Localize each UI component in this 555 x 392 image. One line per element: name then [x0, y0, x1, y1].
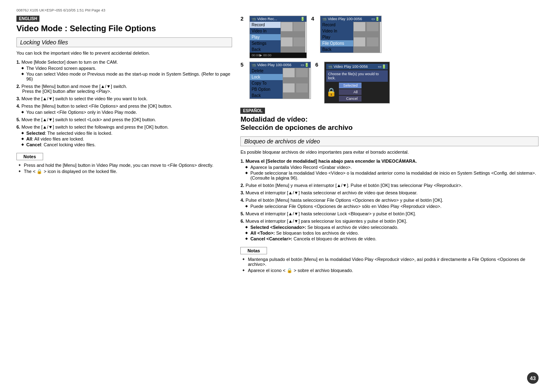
screen-6-number: 6 — [315, 62, 321, 68]
espanol-plus-list: Mantenga pulsado el botón [Menu] en la m… — [242, 257, 539, 273]
es-step-2: 2. Pulse el botón [Menu] y mueva el inte… — [240, 183, 539, 188]
screen-2-number: 2 — [240, 16, 246, 22]
lock-icon-display: 🔒 — [326, 87, 336, 97]
screen-5-thumbs — [283, 68, 309, 99]
step-4: 4. Press the [Menu] button to select <Fi… — [16, 104, 232, 115]
page-header: 00876J X105 UK+ESP~055 6/10/05 1:51 PM P… — [16, 8, 539, 12]
step-1-text: Move [Mode Selector] down to turn on the… — [21, 60, 118, 65]
screen-2-menu: Record Video In Play Settings Back — [250, 22, 281, 53]
thumb — [367, 37, 378, 46]
bullet-item: All: All video files are locked. — [21, 136, 232, 141]
thumb — [367, 22, 378, 31]
menu-back: Back — [250, 92, 283, 99]
menu-lock: Lock — [250, 74, 283, 80]
thumb — [293, 22, 305, 31]
english-steps: 1. Move [Mode Selector] down to turn on … — [16, 60, 232, 147]
bullet-item: Puede seleccionar la modalidad Video <Ví… — [245, 171, 539, 180]
english-intro: You can lock the important video file to… — [16, 51, 232, 55]
thumb — [354, 22, 365, 31]
step-4-text: Press the [Menu] button to select <File … — [21, 104, 172, 108]
screen-5-menu: Delete Lock Copy To PB Option Back — [250, 68, 283, 99]
thumb — [296, 68, 308, 77]
menu-record: Record — [320, 22, 353, 28]
step-5-text: Move the [▲/▼] switch to select <Lock> a… — [21, 117, 156, 122]
plus-item: Press and hold the [Menu] button in Vide… — [18, 163, 232, 168]
step-4-bullets: You can select <File Options> only in Vi… — [21, 110, 232, 115]
menu-delete: Delete — [250, 68, 283, 74]
screen-2-block: 2 📹 Video Rec... 🔋 Record Video In Pl — [240, 16, 307, 58]
screen-6-image: 📹 Video Play 100-0056 ▭🔋 Choose the file… — [324, 62, 390, 104]
menu-record: Record — [250, 22, 281, 28]
step-5: 5. Move the [▲/▼] switch to select <Lock… — [16, 117, 232, 122]
bullet-item: You can select <File Options> only in Vi… — [21, 110, 232, 115]
menu-copyto: Copy To — [250, 80, 283, 86]
es-step-4: 4. Pulse el botón [Menu] hasta seleccion… — [240, 198, 539, 209]
espanol-main-title: Modalidad de vídeo:Selección de opciones… — [240, 115, 539, 132]
screen-5-image: 📹 Video Play 100-0056 ▭🔋 Delete Lock Cop… — [249, 62, 311, 99]
screen-6-instruction: Choose the file(s) you would to lock. — [326, 70, 388, 82]
espanol-sub-title: Bloqueo de archivos de vídeo — [240, 136, 539, 146]
screen-4-number: 4 — [311, 16, 317, 22]
step-6: 6. Move the [▲/▼] switch to select the f… — [16, 125, 232, 147]
menu-videoin: Video In — [250, 28, 281, 34]
english-plus-list: Press and hold the [Menu] button in Vide… — [18, 163, 232, 174]
screen-4-block: 4 📹 Video Play 100-0056 ▭🔋 Record Video … — [311, 16, 382, 53]
step-1: 1. Move [Mode Selector] down to turn on … — [16, 60, 232, 81]
es-step-5: 5. Mueva el interruptor [▲/▼] hasta sele… — [240, 211, 539, 216]
thumb — [296, 83, 308, 92]
bullet-item: Selected: The selected video file is loc… — [21, 131, 232, 136]
btn-cancel: Cancel — [339, 96, 362, 101]
es-step-1: 1. Mueva el [Selector de modalidad] haci… — [240, 159, 539, 180]
step-6-text: Move the [▲/▼] switch to select the foll… — [21, 125, 168, 129]
menu-settings: Settings — [250, 40, 281, 46]
bullet-item: The Video Record screen appears. — [21, 66, 232, 71]
thumb — [281, 37, 292, 46]
screen-4-image: 📹 Video Play 100-0056 ▭🔋 Record Video In… — [320, 16, 382, 53]
screen-6-titlebar: 📹 Video Play 100-0056 ▭🔋 — [326, 64, 388, 69]
espanol-intro: Es posible bloquear archivos de vídeo im… — [240, 150, 539, 154]
btn-selected: Selected — [339, 83, 362, 88]
step-2-sub: Press the [OK] button after selecting <P… — [22, 89, 111, 94]
screen-2-content: Record Video In Play Settings Back — [250, 22, 306, 53]
page-container: 00876J X105 UK+ESP~055 6/10/05 1:51 PM P… — [0, 0, 555, 392]
page-number-badge: 43 — [527, 372, 539, 384]
header-left: 00876J X105 UK+ESP~055 6/10/05 1:51 PM P… — [16, 8, 105, 12]
menu-play: Play — [250, 34, 281, 40]
english-sub-title: Locking Video files — [16, 37, 232, 47]
thumb — [354, 37, 365, 46]
menu-back: Back — [320, 46, 353, 53]
plus-item: Aparece el icono < 🔒 > sobre el archivo … — [242, 268, 539, 273]
thumb — [283, 68, 295, 77]
step-2-text: Press the [Menu] button and move the [▲/… — [21, 84, 127, 89]
espanol-steps: 1. Mueva el [Selector de modalidad] haci… — [240, 159, 539, 241]
menu-videoin: Video In — [320, 28, 353, 34]
btn-all: All — [339, 89, 362, 95]
screen-6-buttons: Selected All Cancel — [339, 83, 362, 101]
menu-back: Back — [250, 46, 281, 53]
menu-play: Play — [320, 34, 353, 40]
main-content: ENGLISH Video Mode : Selecting File Opti… — [16, 16, 539, 274]
english-main-title: Video Mode : Selecting File Options — [16, 23, 232, 33]
thumb — [283, 83, 295, 92]
thumb — [293, 37, 305, 46]
bullet-item: All <Todo>: Se bloquean todos los archiv… — [245, 231, 539, 235]
espanol-text: ESPAÑOL Modalidad de vídeo:Selección de … — [240, 108, 539, 273]
bullet-item: Cancel <Cancelar>: Cancela el bloqueo de… — [245, 236, 539, 241]
screen-4-titlebar: 📹 Video Play 100-0056 ▭🔋 — [320, 16, 381, 22]
screen-6-buttons-row: 🔒 Selected All Cancel — [326, 83, 388, 101]
espanol-section: 2 📹 Video Rec... 🔋 Record Video In Pl — [240, 16, 539, 274]
espanol-badge: ESPAÑOL — [240, 108, 265, 114]
step-3-text: Move the [▲/▼] switch to select the vide… — [21, 96, 147, 101]
bullet-item: Selected <Seleccionado>: Se bloquea el a… — [245, 225, 539, 230]
english-badge: ENGLISH — [16, 16, 39, 22]
screen-mockups: 2 📹 Video Rec... 🔋 Record Video In Pl — [240, 16, 539, 104]
bullet-item: Cancel: Cancel locking video files. — [21, 142, 232, 147]
screen-4-content: Record Video In Play File Options Back — [320, 22, 381, 53]
thumb — [281, 22, 292, 31]
screen-2-thumbs — [281, 22, 305, 53]
screen-5-titlebar: 📹 Video Play 100-0056 ▭🔋 — [250, 62, 311, 68]
screen-4-thumbs — [353, 22, 380, 53]
screen-5-block: 5 📹 Video Play 100-0056 ▭🔋 Delete Lock — [240, 62, 311, 99]
step-3: 3. Move the [▲/▼] switch to select the v… — [16, 96, 232, 101]
es-step-3: 3. Mueva el interruptor [▲/▼] hasta sele… — [240, 190, 539, 195]
